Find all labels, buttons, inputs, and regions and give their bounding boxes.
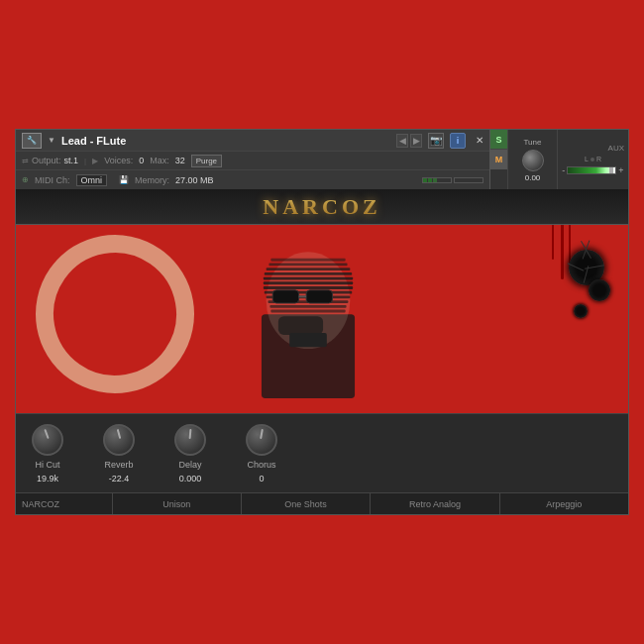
tune-knob[interactable] <box>522 150 544 171</box>
level-minus[interactable]: - <box>562 165 565 175</box>
nav-item-unison[interactable]: Unison <box>113 493 242 514</box>
aux-label: AUX <box>608 144 626 153</box>
level-plus[interactable]: + <box>618 165 623 175</box>
l-label: L <box>585 156 589 162</box>
midi-value[interactable]: Omni <box>76 174 108 186</box>
next-arrow[interactable]: ▶ <box>410 134 422 148</box>
nav-item-arpeggio[interactable]: Arpeggio <box>500 493 628 514</box>
portrait <box>239 240 377 398</box>
svg-rect-15 <box>306 290 332 303</box>
bottom-nav: NARCOZ Unison One Shots Retro Analog Arp… <box>16 492 628 514</box>
svg-rect-12 <box>269 305 346 308</box>
reverb-knob[interactable] <box>103 424 135 456</box>
instrument-name: Lead - FLute <box>61 135 390 147</box>
nav-brand: NARCOZ <box>16 493 113 514</box>
hi-cut-control: Hi Cut 19.9k <box>32 424 63 483</box>
delay-label: Delay <box>178 460 201 470</box>
camera-button[interactable]: 📷 <box>428 133 444 149</box>
channel-dot-l[interactable] <box>590 158 594 161</box>
voices-value: 0 <box>139 156 144 165</box>
svg-rect-18 <box>289 333 327 347</box>
delay-value: 0.000 <box>179 474 202 483</box>
header-row3: ⊕ MIDI Ch: Omni 💾 Memory: 27.00 MB <box>16 170 489 189</box>
expand-arrow[interactable]: ▼ <box>48 136 55 145</box>
tune-label: Tune <box>524 138 542 147</box>
reverb-value: -22.4 <box>109 474 130 483</box>
svg-rect-7 <box>264 281 353 284</box>
header-controls: 🔧 ▼ Lead - FLute ◀ ▶ 📷 i ✕ ⇄ Output: st.… <box>16 130 628 189</box>
info-button[interactable]: i <box>450 133 466 149</box>
chorus-knob[interactable] <box>246 424 277 456</box>
header-row2: ⇄ Output: st.1 | ▶ Voices: 0 Max: 32 Pur… <box>16 152 489 170</box>
midi-label: MIDI Ch: <box>35 175 70 185</box>
delay-control: Delay 0.000 <box>174 424 206 483</box>
r-label: R <box>596 156 601 162</box>
svg-rect-4 <box>267 268 351 270</box>
chorus-value: 0 <box>259 474 264 483</box>
nav-item-one-shots[interactable]: One Shots <box>242 493 371 514</box>
instrument-glyph: 🔧 <box>27 136 37 145</box>
plugin-window: 🔧 ▼ Lead - FLute ◀ ▶ 📷 i ✕ ⇄ Output: st.… <box>15 129 629 515</box>
svg-rect-2 <box>270 259 345 262</box>
hi-cut-knob[interactable] <box>32 424 63 456</box>
svg-rect-14 <box>272 290 298 303</box>
hi-cut-label: Hi Cut <box>35 460 59 470</box>
level-meter-right <box>454 177 483 183</box>
art-area <box>16 225 628 413</box>
delay-knob[interactable] <box>174 424 206 456</box>
blood-drip-2 <box>552 225 554 260</box>
reverb-control: Reverb -22.4 <box>103 424 135 483</box>
max-value: 32 <box>175 156 185 165</box>
output-info: ⇄ Output: st.1 <box>22 156 78 165</box>
output-value: st.1 <box>64 156 79 165</box>
narcoz-banner: NARCOZ <box>16 189 628 225</box>
narcoz-title: NARCOZ <box>263 194 380 220</box>
svg-rect-3 <box>268 264 347 267</box>
svg-rect-6 <box>264 277 353 280</box>
chorus-label: Chorus <box>247 460 275 470</box>
sm-buttons: S M <box>490 130 508 189</box>
bullet-hole-medium <box>589 279 610 301</box>
level-meter-left <box>422 177 452 183</box>
m-button[interactable]: M <box>490 150 507 169</box>
header-row1: 🔧 ▼ Lead - FLute ◀ ▶ 📷 i ✕ <box>16 130 489 152</box>
svg-rect-13 <box>270 310 345 313</box>
header-right: S M Tune 0.00 AUX L R - <box>489 130 628 189</box>
header-left: 🔧 ▼ Lead - FLute ◀ ▶ 📷 i ✕ ⇄ Output: st.… <box>16 130 489 189</box>
close-button[interactable]: ✕ <box>476 135 483 146</box>
blood-drip-1 <box>561 225 564 279</box>
nav-arrows: ◀ ▶ <box>396 134 422 148</box>
circle-decoration <box>23 225 206 406</box>
max-label: Max: <box>150 156 169 165</box>
voices-label: Voices: <box>104 156 133 165</box>
prev-arrow[interactable]: ◀ <box>396 134 408 148</box>
nav-item-retro-analog[interactable]: Retro Analog <box>371 493 499 514</box>
tune-control: Tune 0.00 <box>508 130 558 189</box>
s-button[interactable]: S <box>490 130 507 150</box>
reverb-label: Reverb <box>104 460 133 470</box>
instrument-icon[interactable]: 🔧 <box>22 133 42 149</box>
purge-button[interactable]: Purge <box>191 155 222 167</box>
svg-rect-8 <box>264 286 353 289</box>
hi-cut-value: 19.9k <box>37 474 58 483</box>
memory-label: Memory: <box>135 175 169 185</box>
level-fader[interactable] <box>567 166 616 174</box>
chorus-control: Chorus 0 <box>246 424 277 483</box>
svg-rect-5 <box>265 272 352 275</box>
aux-panel: AUX L R - + <box>558 130 628 189</box>
svg-rect-17 <box>278 316 323 335</box>
output-label: Output: <box>32 156 61 165</box>
controls-area: Hi Cut 19.9k Reverb -22.4 Delay 0.000 Ch… <box>16 413 628 492</box>
bullet-hole-small <box>574 304 588 318</box>
tune-value: 0.00 <box>525 173 541 182</box>
memory-value: 27.00 MB <box>175 175 214 185</box>
